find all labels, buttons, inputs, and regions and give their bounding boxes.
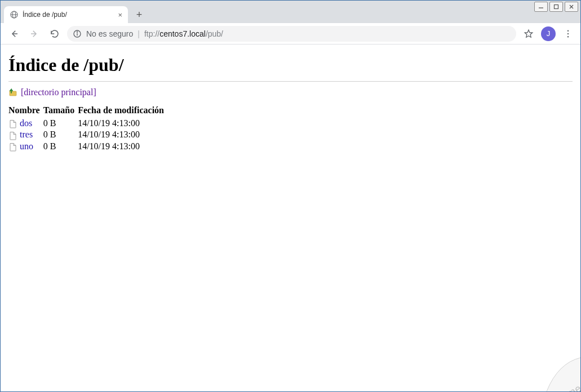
file-icon [8, 131, 17, 140]
file-link[interactable]: tres [20, 130, 33, 139]
profile-avatar[interactable]: J [541, 26, 556, 41]
col-size: Tamaño [43, 105, 78, 118]
cell-name: tres [8, 129, 43, 140]
tab-title: Índice de /pub/ [23, 11, 114, 19]
parent-directory-link[interactable]: [directorio principal] [21, 87, 96, 97]
divider [8, 81, 573, 82]
cell-name: dos [8, 118, 43, 129]
file-icon [8, 142, 17, 152]
file-icon [8, 119, 17, 128]
cell-size: 0 B [43, 129, 78, 140]
new-tab-button[interactable]: + [131, 7, 147, 23]
table-row: uno0 B14/10/19 4:13:00 [8, 141, 167, 152]
svg-point-13 [567, 30, 569, 31]
watermark-text: comoinstalar.me [511, 382, 581, 392]
svg-point-15 [567, 36, 569, 37]
table-row: tres0 B14/10/19 4:13:00 [8, 129, 167, 140]
window-controls [532, 1, 580, 13]
parent-directory-row: [directorio principal] [8, 87, 573, 97]
cell-size: 0 B [43, 118, 78, 129]
cell-date: 14/10/19 4:13:00 [78, 129, 167, 140]
col-name: Nombre [8, 105, 43, 118]
page-title: Índice de /pub/ [8, 55, 573, 75]
cell-name: uno [8, 141, 43, 152]
cell-date: 14/10/19 4:13:00 [78, 118, 167, 129]
kebab-menu-icon[interactable] [560, 26, 576, 42]
browser-tab-active[interactable]: Índice de /pub/ × [4, 6, 128, 23]
svg-marker-12 [525, 30, 533, 37]
table-row: dos0 B14/10/19 4:13:00 [8, 118, 167, 129]
cell-size: 0 B [43, 141, 78, 152]
browser-toolbar: No es seguro | ftp://centos7.local/pub/ … [1, 23, 580, 44]
page-content: Índice de /pub/ [directorio principal] N… [1, 44, 580, 160]
file-link[interactable]: uno [20, 141, 33, 151]
col-date: Fecha de modificación [78, 105, 167, 118]
page-curl-decoration [513, 324, 580, 391]
close-window-button[interactable] [565, 2, 578, 12]
forward-button[interactable] [26, 26, 42, 42]
svg-point-11 [77, 32, 77, 32]
url-text: ftp://centos7.local/pub/ [144, 29, 223, 38]
cell-date: 14/10/19 4:13:00 [78, 141, 167, 152]
minimize-button[interactable] [534, 2, 548, 12]
directory-listing-table: Nombre Tamaño Fecha de modificación dos0… [8, 105, 167, 152]
file-link[interactable]: dos [20, 118, 32, 128]
security-status: No es seguro [86, 29, 133, 38]
folder-up-icon [8, 88, 17, 97]
table-header-row: Nombre Tamaño Fecha de modificación [8, 105, 167, 118]
maximize-button[interactable] [549, 2, 563, 12]
svg-rect-1 [555, 5, 558, 9]
tab-strip: Índice de /pub/ × + [1, 1, 580, 23]
reload-button[interactable] [47, 26, 63, 42]
close-tab-icon[interactable]: × [118, 11, 122, 19]
info-icon [73, 29, 82, 38]
globe-icon [10, 10, 19, 19]
address-bar[interactable]: No es seguro | ftp://centos7.local/pub/ [67, 26, 516, 42]
back-button[interactable] [6, 26, 22, 42]
separator: | [138, 29, 140, 38]
bookmark-star-icon[interactable] [521, 26, 536, 42]
svg-point-14 [567, 33, 569, 34]
